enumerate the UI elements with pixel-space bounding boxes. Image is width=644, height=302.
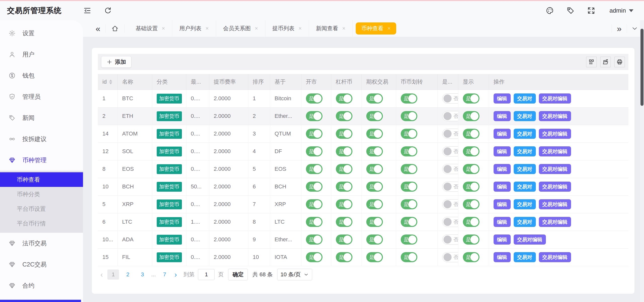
options-toggle[interactable]: 是	[366, 199, 383, 209]
trading-pairs-button[interactable]: 交易对	[514, 129, 536, 139]
tab-基础设置[interactable]: 基础设置×	[129, 20, 172, 37]
page-prev-icon[interactable]: ‹	[100, 270, 103, 279]
sidebar-scrollbar[interactable]	[0, 300, 81, 302]
options-toggle[interactable]: 是	[366, 234, 383, 245]
sidebar-subitem-币种分类[interactable]: 币种分类	[0, 187, 83, 202]
extra-toggle[interactable]: 否	[442, 252, 458, 262]
options-toggle[interactable]: 是	[366, 182, 383, 192]
page-number-2[interactable]: 2	[122, 270, 134, 280]
fullscreen-icon[interactable]	[587, 6, 595, 15]
tab-close-icon[interactable]: ×	[299, 26, 302, 31]
sidebar-collapse-icon[interactable]	[83, 6, 92, 15]
tab-close-icon[interactable]: ×	[162, 26, 165, 31]
pairs-edit-button[interactable]: 交易对编辑	[539, 129, 571, 139]
show-toggle[interactable]: 是	[463, 234, 479, 245]
tab-close-icon[interactable]: ×	[342, 26, 345, 31]
theme-palette-icon[interactable]	[546, 6, 554, 15]
columns-settings-icon[interactable]	[586, 57, 597, 67]
edit-button[interactable]: 编辑	[494, 199, 511, 209]
sidebar-item-管理员[interactable]: 管理员	[0, 86, 83, 107]
transfer-toggle[interactable]: 是	[401, 182, 417, 192]
sidebar-item-用户[interactable]: 用户	[0, 44, 83, 65]
sidebar-item-新闻[interactable]: 新闻	[0, 107, 83, 128]
leverage-toggle[interactable]: 是	[336, 199, 352, 209]
open-market-toggle[interactable]: 是	[306, 111, 323, 121]
pairs-edit-button[interactable]: 交易对编辑	[539, 217, 571, 227]
tab-用户列表[interactable]: 用户列表×	[172, 20, 216, 37]
trading-pairs-button[interactable]: 交易对	[514, 164, 536, 174]
transfer-toggle[interactable]: 是	[401, 217, 417, 227]
edit-button[interactable]: 编辑	[494, 182, 511, 192]
pairs-edit-button[interactable]: 交易对编辑	[539, 182, 571, 192]
show-toggle[interactable]: 是	[463, 252, 479, 262]
edit-button[interactable]: 编辑	[494, 217, 511, 227]
sort-carets-icon[interactable]	[109, 80, 112, 84]
extra-toggle[interactable]: 否	[442, 129, 458, 139]
trading-pairs-button[interactable]: 交易对	[514, 146, 536, 156]
export-icon[interactable]	[600, 57, 611, 67]
tab-提币列表[interactable]: 提币列表×	[265, 20, 309, 37]
sidebar-item-合约[interactable]: 合约	[0, 275, 83, 296]
page-number-7[interactable]: 7	[159, 270, 170, 280]
options-toggle[interactable]: 是	[366, 146, 383, 156]
transfer-toggle[interactable]: 是	[401, 252, 417, 262]
home-tab-icon[interactable]	[111, 25, 119, 32]
pairs-edit-button[interactable]: 交易对编辑	[539, 252, 571, 262]
sidebar-item-法币交易[interactable]: 法币交易	[0, 233, 83, 254]
leverage-toggle[interactable]: 是	[336, 129, 352, 139]
refresh-icon[interactable]	[104, 6, 112, 15]
pairs-edit-button[interactable]: 交易对编辑	[539, 164, 571, 174]
edit-button[interactable]: 编辑	[494, 93, 511, 104]
page-number-1[interactable]: 1	[107, 270, 119, 280]
open-market-toggle[interactable]: 是	[306, 199, 323, 209]
show-toggle[interactable]: 是	[463, 164, 479, 174]
leverage-toggle[interactable]: 是	[336, 93, 352, 104]
sidebar-subitem-币种查看[interactable]: 币种查看	[0, 172, 83, 187]
edit-button[interactable]: 编辑	[494, 129, 511, 139]
leverage-toggle[interactable]: 是	[336, 217, 352, 227]
pairs-edit-button[interactable]: 交易对编辑	[539, 199, 571, 209]
options-toggle[interactable]: 是	[366, 252, 383, 262]
show-toggle[interactable]: 是	[463, 111, 479, 121]
tab-close-icon[interactable]: ×	[255, 26, 258, 31]
pairs-edit-button[interactable]: 交易对编辑	[539, 111, 571, 121]
column-header-id[interactable]: id	[98, 74, 117, 90]
options-toggle[interactable]: 是	[366, 93, 383, 104]
options-toggle[interactable]: 是	[366, 164, 383, 174]
leverage-toggle[interactable]: 是	[336, 252, 352, 262]
trading-pairs-button[interactable]: 交易对	[514, 252, 536, 262]
sidebar-item-投拆建议[interactable]: 投拆建议	[0, 128, 83, 150]
show-toggle[interactable]: 是	[463, 146, 479, 156]
extra-toggle[interactable]: 否	[442, 234, 458, 245]
tabs-menu-chevron-icon[interactable]	[631, 25, 638, 32]
user-menu[interactable]: admin	[610, 7, 633, 14]
page-number-3[interactable]: 3	[137, 270, 148, 280]
sidebar-subitem-平台币行情[interactable]: 平台币行情	[0, 216, 83, 231]
leverage-toggle[interactable]: 是	[336, 234, 352, 245]
open-market-toggle[interactable]: 是	[306, 129, 323, 139]
extra-toggle[interactable]: 否	[442, 111, 458, 121]
show-toggle[interactable]: 是	[463, 199, 479, 209]
edit-button[interactable]: 编辑	[494, 146, 511, 156]
extra-toggle[interactable]: 否	[442, 146, 458, 156]
show-toggle[interactable]: 是	[463, 93, 479, 104]
pairs-edit-button[interactable]: 交易对编辑	[539, 93, 571, 104]
trading-pairs-button[interactable]: 交易对	[514, 93, 536, 104]
transfer-toggle[interactable]: 是	[401, 164, 417, 174]
show-toggle[interactable]: 是	[463, 182, 479, 192]
extra-toggle[interactable]: 否	[442, 93, 458, 104]
sidebar-item-C2C交易[interactable]: C2C交易	[0, 254, 83, 275]
leverage-toggle[interactable]: 是	[336, 146, 352, 156]
sidebar-subitem-平台币设置[interactable]: 平台币设置	[0, 202, 83, 216]
show-toggle[interactable]: 是	[463, 217, 479, 227]
transfer-toggle[interactable]: 是	[401, 146, 417, 156]
trading-pairs-button[interactable]: 交易对	[514, 182, 536, 192]
tab-close-icon[interactable]: ×	[387, 26, 391, 31]
sidebar-item-钱包[interactable]: 钱包	[0, 65, 83, 86]
sidebar-item-币种管理[interactable]: 币种管理	[0, 150, 83, 171]
tag-icon-header[interactable]	[566, 6, 575, 15]
leverage-toggle[interactable]: 是	[336, 182, 352, 192]
tab-close-icon[interactable]: ×	[206, 26, 209, 31]
tabs-scroll-right-icon[interactable]: »	[616, 24, 623, 33]
options-toggle[interactable]: 是	[366, 217, 383, 227]
